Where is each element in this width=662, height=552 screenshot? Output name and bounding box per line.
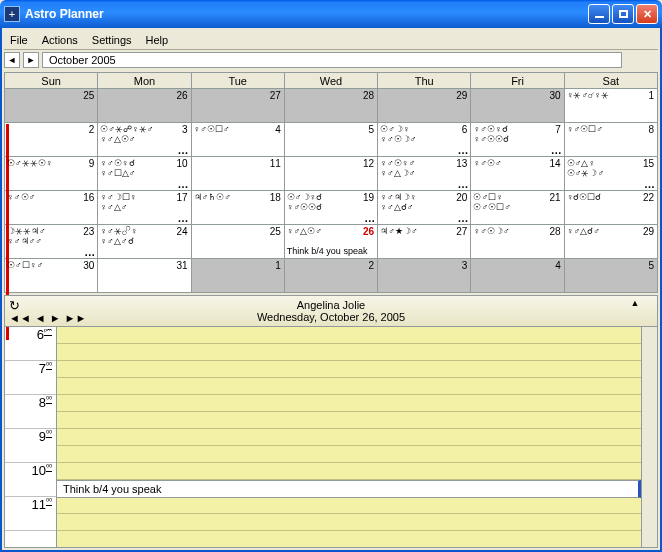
nav-last-icon[interactable]: ►► xyxy=(65,312,87,324)
calendar-cell[interactable]: 11 xyxy=(191,157,284,191)
calendar-cell[interactable]: 19☉♂☽♀☌♀♂☉☉☌… xyxy=(284,191,377,225)
day-number: 18 xyxy=(270,192,281,203)
calendar-cell[interactable]: 2 xyxy=(5,123,98,157)
calendar-cell[interactable]: 28 xyxy=(284,89,377,123)
month-label[interactable]: October 2005 xyxy=(42,52,622,68)
more-dots-icon[interactable]: … xyxy=(457,212,468,224)
calendar-cell[interactable]: 5 xyxy=(284,123,377,157)
calendar-cell[interactable]: 13♀♂☉♀♂♀♂△☽♂… xyxy=(378,157,471,191)
nav-first-icon[interactable]: ◄◄ xyxy=(9,312,31,324)
calendar-cell[interactable]: 5 xyxy=(564,259,657,293)
day-number: 29 xyxy=(643,226,654,237)
calendar-cell[interactable]: 3 xyxy=(378,259,471,293)
more-dots-icon[interactable]: … xyxy=(84,246,95,258)
more-dots-icon[interactable]: … xyxy=(457,178,468,190)
calendar-cell[interactable]: 22♀☌☉☐☌ xyxy=(564,191,657,225)
astro-line: ♀♂☉☐♂ xyxy=(567,124,655,134)
calendar-cell[interactable]: 20♀♂♃☽♀♀♂△☌♂… xyxy=(378,191,471,225)
minimize-button[interactable] xyxy=(588,4,610,24)
time-label: 7⁰⁰ xyxy=(5,361,56,395)
calendar-cell[interactable]: 12 xyxy=(284,157,377,191)
calendar-cell[interactable]: 26 xyxy=(98,89,191,123)
calendar-cell[interactable]: 26♀♂△☉♂Think b/4 you speak xyxy=(284,225,377,259)
refresh-icon[interactable]: ↻ xyxy=(9,298,20,313)
nav-prev-icon[interactable]: ◄ xyxy=(35,312,46,324)
notes-column[interactable]: Think b/4 you speak xyxy=(57,327,641,547)
day-entry[interactable]: Think b/4 you speak xyxy=(57,480,641,498)
day-view: 6ᵖᵐ7⁰⁰8⁰⁰9⁰⁰10⁰⁰11⁰⁰ Think b/4 you speak xyxy=(4,327,658,548)
calendar-cell[interactable]: 30☉♂☐♀♂ xyxy=(5,259,98,293)
calendar-cell[interactable]: 14♀♂☉♂ xyxy=(471,157,564,191)
calendar-cell[interactable]: 1 xyxy=(191,259,284,293)
calendar-cell[interactable]: 28♀♂☉☽♂ xyxy=(471,225,564,259)
calendar-cell[interactable]: 27 xyxy=(191,89,284,123)
astro-line: ♀⚹♂☌♀⚹ xyxy=(567,90,655,100)
scroll-up-icon[interactable]: ▲ xyxy=(629,298,641,310)
close-button[interactable]: ✕ xyxy=(636,4,658,24)
detail-header: ↻ ◄◄ ◄ ► ►► Angelina Jolie Wednesday, Oc… xyxy=(4,295,658,327)
calendar-cell[interactable]: 16♀♂☉♂ xyxy=(5,191,98,225)
calendar-cell[interactable]: 8♀♂☉☐♂ xyxy=(564,123,657,157)
more-dots-icon[interactable]: … xyxy=(178,212,189,224)
calendar-cell[interactable]: 29♀♂△☌♂ xyxy=(564,225,657,259)
cell-note: Think b/4 you speak xyxy=(287,246,375,256)
next-month-button[interactable]: ► xyxy=(23,52,39,68)
calendar-cell[interactable]: 24♀♂⚹☍♀♀♂△♂☌ xyxy=(98,225,191,259)
calendar-cell[interactable]: 9☉♂⚹⚹☉♀ xyxy=(5,157,98,191)
calendar-cell[interactable]: 30 xyxy=(471,89,564,123)
nav-next-icon[interactable]: ► xyxy=(50,312,61,324)
calendar-cell[interactable]: 4 xyxy=(471,259,564,293)
day-number: 22 xyxy=(643,192,654,203)
scrollbar[interactable] xyxy=(641,327,657,547)
time-label: 10⁰⁰ xyxy=(5,463,56,497)
astro-line: ♀♂☉☽♂ xyxy=(380,134,468,144)
calendar-cell[interactable]: 15☉♂△♀☉♂⚹☽♂… xyxy=(564,157,657,191)
astro-line: ♀♂△☌♂ xyxy=(567,226,655,236)
menu-settings[interactable]: Settings xyxy=(92,34,132,46)
day-number: 5 xyxy=(648,260,654,271)
calendar-cell[interactable]: 10♀♂☉♀☌♀♂☐△♂… xyxy=(98,157,191,191)
calendar-cell[interactable]: 7♀♂☉♀☌♀♂☉☉☌… xyxy=(471,123,564,157)
calendar-cell[interactable]: 18♃♂♄☉♂ xyxy=(191,191,284,225)
more-dots-icon[interactable]: … xyxy=(178,144,189,156)
menu-file[interactable]: File xyxy=(10,34,28,46)
prev-month-button[interactable]: ◄ xyxy=(4,52,20,68)
menu-help[interactable]: Help xyxy=(146,34,169,46)
astro-line: ♀☌☉☐☌ xyxy=(567,192,655,202)
more-dots-icon[interactable]: … xyxy=(457,144,468,156)
more-dots-icon[interactable]: … xyxy=(178,178,189,190)
calendar-cell[interactable]: 23☽⚹⚹♃♂♀♂♃♂♂… xyxy=(5,225,98,259)
astro-line: ♀♂☉♀♂ xyxy=(380,158,468,168)
calendar-cell[interactable]: 29 xyxy=(378,89,471,123)
astro-line: ☉♂⚹⚹☉♀ xyxy=(7,158,95,168)
astro-line: ♃♂♄☉♂ xyxy=(194,192,282,202)
calendar-cell[interactable]: 27♃♂★☽♂ xyxy=(378,225,471,259)
calendar-cell[interactable]: 31 xyxy=(98,259,191,293)
day-number: 26 xyxy=(363,226,374,237)
astro-line: ♀♂☐△♂ xyxy=(100,168,188,178)
more-dots-icon[interactable]: … xyxy=(364,212,375,224)
calendar-cell[interactable]: 3☉♂⚹☍♀⚹♂♀♂△☉♂… xyxy=(98,123,191,157)
astro-line: ☉♂☉☐♂ xyxy=(473,202,561,212)
maximize-button[interactable] xyxy=(612,4,634,24)
calendar-cell[interactable]: 25 xyxy=(5,89,98,123)
calendar-cell[interactable]: 2 xyxy=(284,259,377,293)
calendar-cell[interactable]: 6☉♂☽♀♀♂☉☽♂… xyxy=(378,123,471,157)
day-number: 21 xyxy=(550,192,561,203)
calendar-cell[interactable]: 21☉♂☐♀☉♂☉☐♂ xyxy=(471,191,564,225)
day-number: 29 xyxy=(456,90,467,101)
day-number: 19 xyxy=(363,192,374,203)
menu-actions[interactable]: Actions xyxy=(42,34,78,46)
calendar-cell[interactable]: 25 xyxy=(191,225,284,259)
more-dots-icon[interactable]: … xyxy=(644,178,655,190)
more-dots-icon[interactable]: … xyxy=(551,144,562,156)
calendar-cell[interactable]: 4♀♂☉☐♂ xyxy=(191,123,284,157)
titlebar: Astro Planner ✕ xyxy=(0,0,662,28)
calendar-cell[interactable]: 17♀♂☽☐♀♀♂△♂… xyxy=(98,191,191,225)
astro-line: ☉♂△♀ xyxy=(567,158,655,168)
calendar-cell[interactable]: 1♀⚹♂☌♀⚹ xyxy=(564,89,657,123)
day-number: 28 xyxy=(550,226,561,237)
astro-line: ♀♂☉♀☌ xyxy=(100,158,188,168)
day-number: 30 xyxy=(550,90,561,101)
astro-line: ☉♂☽♀ xyxy=(380,124,468,134)
